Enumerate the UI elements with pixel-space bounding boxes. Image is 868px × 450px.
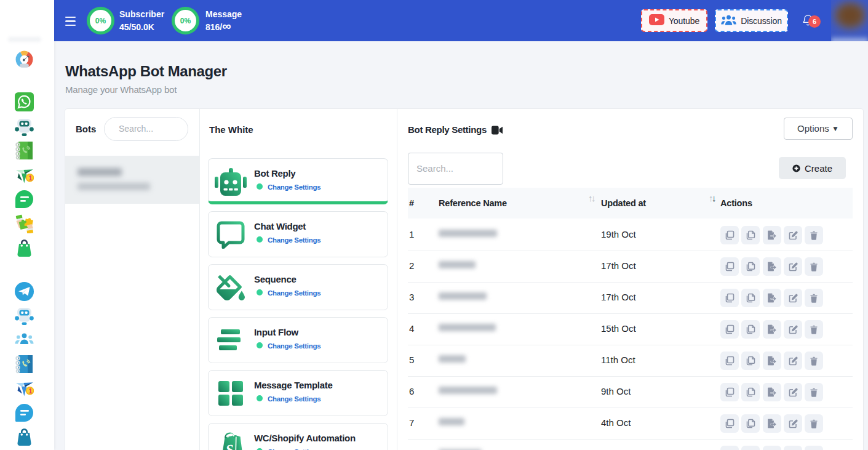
- svg-text:1: 1: [28, 387, 32, 395]
- svg-text:1: 1: [28, 174, 32, 182]
- svg-text:S: S: [225, 442, 234, 450]
